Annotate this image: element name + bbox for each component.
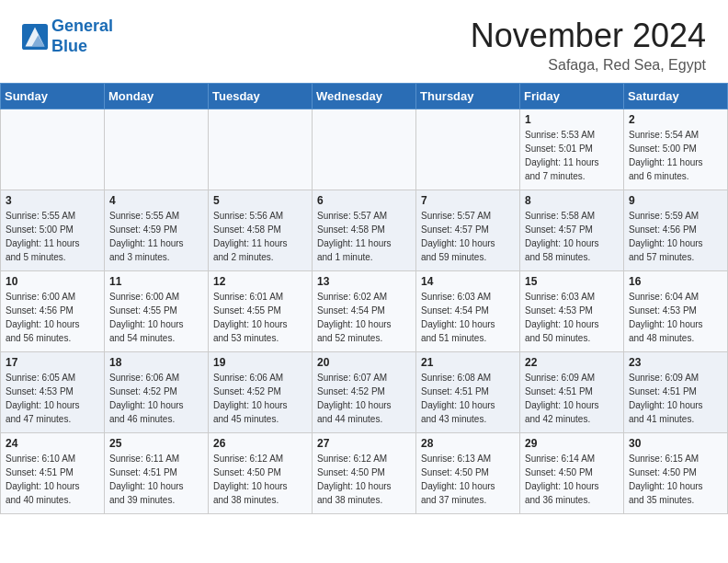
calendar-cell: 28Sunrise: 6:13 AM Sunset: 4:50 PM Dayli… bbox=[416, 433, 520, 514]
calendar-cell: 14Sunrise: 6:03 AM Sunset: 4:54 PM Dayli… bbox=[416, 271, 520, 352]
day-number: 9 bbox=[629, 194, 722, 207]
day-number: 10 bbox=[6, 275, 99, 288]
logo-line2: Blue bbox=[51, 37, 87, 55]
day-number: 18 bbox=[109, 356, 203, 369]
calendar-cell: 18Sunrise: 6:06 AM Sunset: 4:52 PM Dayli… bbox=[105, 352, 209, 433]
calendar-cell bbox=[1, 109, 105, 190]
calendar-header: SundayMondayTuesdayWednesdayThursdayFrid… bbox=[1, 84, 728, 109]
calendar-week-1: 3Sunrise: 5:55 AM Sunset: 5:00 PM Daylig… bbox=[1, 190, 728, 271]
day-info: Sunrise: 6:08 AM Sunset: 4:51 PM Dayligh… bbox=[421, 371, 515, 426]
weekday-header-friday: Friday bbox=[520, 84, 624, 109]
calendar-cell: 7Sunrise: 5:57 AM Sunset: 4:57 PM Daylig… bbox=[416, 190, 520, 271]
day-info: Sunrise: 6:13 AM Sunset: 4:50 PM Dayligh… bbox=[421, 452, 515, 507]
day-number: 13 bbox=[317, 275, 411, 288]
day-number: 27 bbox=[317, 437, 411, 450]
weekday-header-sunday: Sunday bbox=[1, 84, 105, 109]
calendar-cell: 10Sunrise: 6:00 AM Sunset: 4:56 PM Dayli… bbox=[1, 271, 105, 352]
day-info: Sunrise: 5:55 AM Sunset: 4:59 PM Dayligh… bbox=[109, 209, 203, 264]
day-info: Sunrise: 6:04 AM Sunset: 4:53 PM Dayligh… bbox=[629, 290, 722, 345]
page-header: General Blue November 2024 Safaga, Red S… bbox=[0, 0, 728, 83]
day-info: Sunrise: 6:03 AM Sunset: 4:54 PM Dayligh… bbox=[421, 290, 515, 345]
calendar-cell: 3Sunrise: 5:55 AM Sunset: 5:00 PM Daylig… bbox=[1, 190, 105, 271]
day-number: 20 bbox=[317, 356, 411, 369]
calendar-table: SundayMondayTuesdayWednesdayThursdayFrid… bbox=[0, 83, 728, 514]
day-info: Sunrise: 5:58 AM Sunset: 4:57 PM Dayligh… bbox=[525, 209, 619, 264]
logo-line1: General bbox=[51, 17, 113, 35]
day-info: Sunrise: 6:09 AM Sunset: 4:51 PM Dayligh… bbox=[525, 371, 619, 426]
calendar-cell: 9Sunrise: 5:59 AM Sunset: 4:56 PM Daylig… bbox=[624, 190, 728, 271]
day-info: Sunrise: 6:03 AM Sunset: 4:53 PM Dayligh… bbox=[525, 290, 619, 345]
calendar-cell bbox=[105, 109, 209, 190]
calendar-cell: 27Sunrise: 6:12 AM Sunset: 4:50 PM Dayli… bbox=[313, 433, 416, 514]
calendar-cell: 23Sunrise: 6:09 AM Sunset: 4:51 PM Dayli… bbox=[624, 352, 728, 433]
weekday-header-row: SundayMondayTuesdayWednesdayThursdayFrid… bbox=[1, 84, 728, 109]
day-number: 8 bbox=[525, 194, 619, 207]
day-number: 21 bbox=[421, 356, 515, 369]
calendar-week-2: 10Sunrise: 6:00 AM Sunset: 4:56 PM Dayli… bbox=[1, 271, 728, 352]
day-number: 1 bbox=[525, 113, 619, 126]
calendar-body: 1Sunrise: 5:53 AM Sunset: 5:01 PM Daylig… bbox=[1, 109, 728, 514]
day-number: 17 bbox=[6, 356, 99, 369]
day-number: 26 bbox=[213, 437, 307, 450]
calendar-cell: 4Sunrise: 5:55 AM Sunset: 4:59 PM Daylig… bbox=[105, 190, 209, 271]
location-subtitle: Safaga, Red Sea, Egypt bbox=[471, 57, 706, 74]
day-info: Sunrise: 5:59 AM Sunset: 4:56 PM Dayligh… bbox=[629, 209, 722, 264]
day-number: 6 bbox=[317, 194, 411, 207]
day-info: Sunrise: 6:15 AM Sunset: 4:50 PM Dayligh… bbox=[629, 452, 722, 507]
calendar-cell: 8Sunrise: 5:58 AM Sunset: 4:57 PM Daylig… bbox=[520, 190, 624, 271]
day-number: 16 bbox=[629, 275, 722, 288]
day-info: Sunrise: 5:55 AM Sunset: 5:00 PM Dayligh… bbox=[6, 209, 99, 264]
calendar-cell: 24Sunrise: 6:10 AM Sunset: 4:51 PM Dayli… bbox=[1, 433, 105, 514]
calendar-cell: 11Sunrise: 6:00 AM Sunset: 4:55 PM Dayli… bbox=[105, 271, 209, 352]
day-number: 15 bbox=[525, 275, 619, 288]
weekday-header-thursday: Thursday bbox=[416, 84, 520, 109]
calendar-cell bbox=[416, 109, 520, 190]
day-info: Sunrise: 6:00 AM Sunset: 4:55 PM Dayligh… bbox=[109, 290, 203, 345]
calendar-week-4: 24Sunrise: 6:10 AM Sunset: 4:51 PM Dayli… bbox=[1, 433, 728, 514]
calendar-cell: 2Sunrise: 5:54 AM Sunset: 5:00 PM Daylig… bbox=[624, 109, 728, 190]
calendar-cell: 21Sunrise: 6:08 AM Sunset: 4:51 PM Dayli… bbox=[416, 352, 520, 433]
day-number: 24 bbox=[6, 437, 99, 450]
day-info: Sunrise: 6:06 AM Sunset: 4:52 PM Dayligh… bbox=[109, 371, 203, 426]
day-number: 12 bbox=[213, 275, 307, 288]
calendar-cell: 20Sunrise: 6:07 AM Sunset: 4:52 PM Dayli… bbox=[313, 352, 416, 433]
calendar-cell: 22Sunrise: 6:09 AM Sunset: 4:51 PM Dayli… bbox=[520, 352, 624, 433]
day-info: Sunrise: 5:56 AM Sunset: 4:58 PM Dayligh… bbox=[213, 209, 307, 264]
day-number: 28 bbox=[421, 437, 515, 450]
month-title: November 2024 bbox=[471, 17, 706, 55]
day-info: Sunrise: 6:12 AM Sunset: 4:50 PM Dayligh… bbox=[213, 452, 307, 507]
calendar-cell: 15Sunrise: 6:03 AM Sunset: 4:53 PM Dayli… bbox=[520, 271, 624, 352]
day-info: Sunrise: 6:02 AM Sunset: 4:54 PM Dayligh… bbox=[317, 290, 411, 345]
day-number: 4 bbox=[109, 194, 203, 207]
day-number: 3 bbox=[6, 194, 99, 207]
day-info: Sunrise: 5:57 AM Sunset: 4:58 PM Dayligh… bbox=[317, 209, 411, 264]
calendar-cell: 29Sunrise: 6:14 AM Sunset: 4:50 PM Dayli… bbox=[520, 433, 624, 514]
calendar-cell: 6Sunrise: 5:57 AM Sunset: 4:58 PM Daylig… bbox=[313, 190, 416, 271]
calendar-cell: 1Sunrise: 5:53 AM Sunset: 5:01 PM Daylig… bbox=[520, 109, 624, 190]
calendar-cell: 13Sunrise: 6:02 AM Sunset: 4:54 PM Dayli… bbox=[313, 271, 416, 352]
weekday-header-monday: Monday bbox=[105, 84, 209, 109]
day-info: Sunrise: 6:09 AM Sunset: 4:51 PM Dayligh… bbox=[629, 371, 722, 426]
logo-text: General Blue bbox=[51, 17, 113, 56]
calendar-cell bbox=[209, 109, 313, 190]
day-info: Sunrise: 5:54 AM Sunset: 5:00 PM Dayligh… bbox=[629, 128, 722, 183]
day-number: 30 bbox=[629, 437, 722, 450]
calendar-cell: 30Sunrise: 6:15 AM Sunset: 4:50 PM Dayli… bbox=[624, 433, 728, 514]
calendar-week-0: 1Sunrise: 5:53 AM Sunset: 5:01 PM Daylig… bbox=[1, 109, 728, 190]
day-number: 11 bbox=[109, 275, 203, 288]
calendar-cell: 12Sunrise: 6:01 AM Sunset: 4:55 PM Dayli… bbox=[209, 271, 313, 352]
day-number: 5 bbox=[213, 194, 307, 207]
calendar-cell: 19Sunrise: 6:06 AM Sunset: 4:52 PM Dayli… bbox=[209, 352, 313, 433]
day-info: Sunrise: 6:05 AM Sunset: 4:53 PM Dayligh… bbox=[6, 371, 99, 426]
day-number: 23 bbox=[629, 356, 722, 369]
calendar-cell: 25Sunrise: 6:11 AM Sunset: 4:51 PM Dayli… bbox=[105, 433, 209, 514]
day-number: 2 bbox=[629, 113, 722, 126]
day-info: Sunrise: 6:10 AM Sunset: 4:51 PM Dayligh… bbox=[6, 452, 99, 507]
day-number: 14 bbox=[421, 275, 515, 288]
day-info: Sunrise: 6:06 AM Sunset: 4:52 PM Dayligh… bbox=[213, 371, 307, 426]
calendar-week-3: 17Sunrise: 6:05 AM Sunset: 4:53 PM Dayli… bbox=[1, 352, 728, 433]
day-info: Sunrise: 6:12 AM Sunset: 4:50 PM Dayligh… bbox=[317, 452, 411, 507]
weekday-header-saturday: Saturday bbox=[624, 84, 728, 109]
weekday-header-tuesday: Tuesday bbox=[209, 84, 313, 109]
calendar-cell bbox=[313, 109, 416, 190]
